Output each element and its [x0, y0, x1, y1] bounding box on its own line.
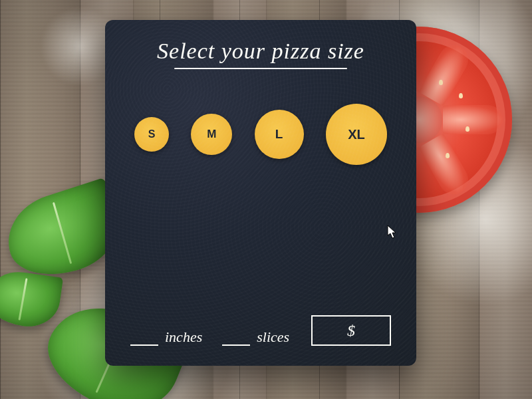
size-options: S M L XL	[130, 104, 391, 165]
inches-value-blank	[130, 334, 158, 346]
card-footer: inches slices $	[130, 315, 391, 348]
title-text: Select your pizza size	[130, 39, 391, 66]
slices-label: slices	[257, 329, 289, 346]
slices-value-blank	[222, 334, 250, 346]
title-underline	[174, 68, 347, 69]
pizza-size-card: Select your pizza size S M L XL inches s…	[105, 20, 416, 366]
size-option-l[interactable]: L	[255, 110, 304, 159]
size-option-s[interactable]: S	[134, 117, 169, 152]
price-box: $	[311, 315, 391, 346]
size-label: L	[275, 127, 283, 142]
size-option-xl[interactable]: XL	[326, 104, 387, 165]
size-label: S	[148, 128, 156, 140]
slices-metric: slices	[222, 329, 289, 346]
inches-metric: inches	[130, 329, 202, 346]
card-title: Select your pizza size	[130, 39, 391, 69]
size-label: XL	[348, 127, 365, 142]
size-label: M	[207, 128, 216, 141]
size-option-m[interactable]: M	[191, 114, 232, 155]
price-prefix: $	[347, 322, 355, 340]
inches-label: inches	[165, 329, 202, 346]
